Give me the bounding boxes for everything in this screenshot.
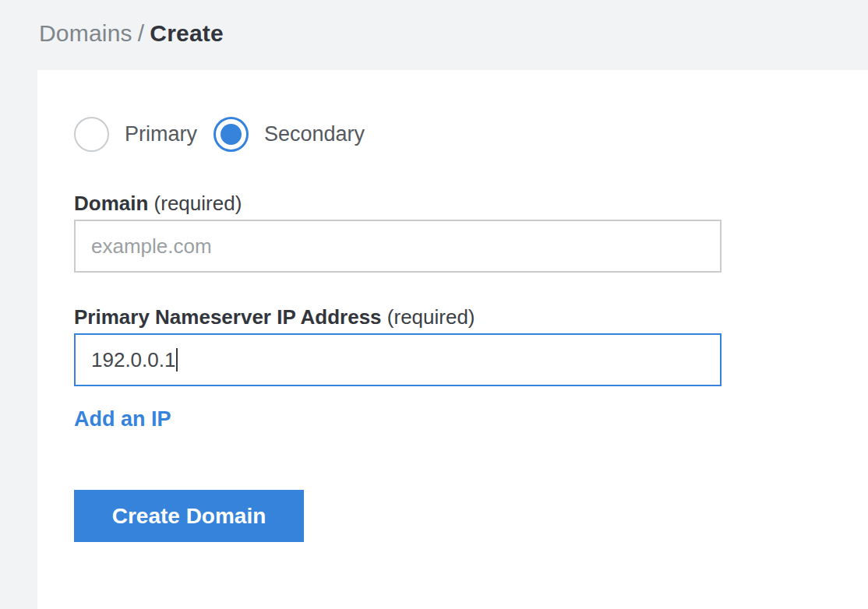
add-ip-link[interactable]: Add an IP — [74, 408, 171, 431]
create-domain-button[interactable]: Create Domain — [74, 490, 304, 542]
ip-input-value: 192.0.0.1 — [91, 348, 175, 372]
radio-primary-control[interactable] — [74, 117, 109, 152]
radio-option-primary[interactable]: Primary — [74, 117, 213, 152]
primary-ns-ip-input[interactable]: 192.0.0.1 — [74, 333, 722, 386]
breadcrumb-separator: / — [138, 20, 145, 46]
domain-field: Domain (required) — [74, 193, 868, 273]
radio-secondary-control[interactable] — [213, 117, 249, 152]
breadcrumb: Domains/Create — [39, 20, 224, 47]
breadcrumb-create: Create — [150, 20, 224, 46]
create-domain-card: Primary Secondary Domain (required) Prim… — [37, 70, 868, 609]
radio-option-secondary[interactable]: Secondary — [213, 117, 381, 152]
text-caret — [176, 348, 178, 371]
domain-type-radio-group: Primary Secondary — [74, 117, 868, 152]
primary-ns-ip-field: Primary Nameserver IP Address (required)… — [74, 307, 868, 386]
domain-label-text: Domain — [74, 192, 148, 215]
domain-required-hint: (required) — [154, 192, 242, 215]
breadcrumb-domains[interactable]: Domains — [39, 20, 132, 46]
radio-secondary-label: Secondary — [264, 122, 365, 146]
domain-field-label: Domain (required) — [74, 193, 868, 213]
radio-primary-label: Primary — [125, 122, 197, 146]
ip-label-text: Primary Nameserver IP Address — [74, 305, 382, 329]
ip-field-label: Primary Nameserver IP Address (required) — [74, 307, 868, 327]
domain-input[interactable] — [74, 220, 722, 273]
ip-required-hint: (required) — [387, 305, 475, 329]
radio-selected-dot-icon — [221, 124, 242, 145]
